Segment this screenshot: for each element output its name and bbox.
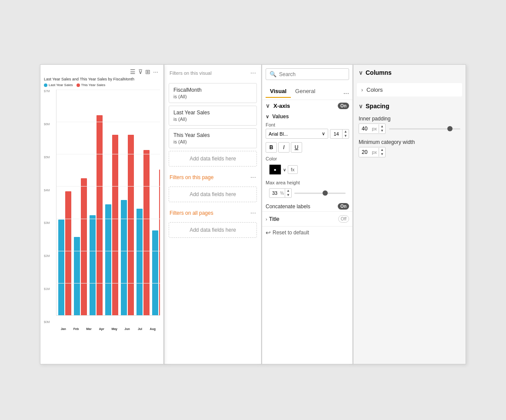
color-swatch-inner: ■ bbox=[274, 168, 276, 172]
legend-label-red: This Year Sales bbox=[81, 83, 106, 87]
tab-visual[interactable]: Visual bbox=[266, 85, 291, 98]
colors-section[interactable]: › Colors bbox=[357, 83, 462, 97]
fx-button[interactable]: fx bbox=[288, 165, 298, 174]
filter-all-more[interactable]: ··· bbox=[250, 209, 256, 217]
color-row: ■ ∨ fx bbox=[266, 163, 349, 177]
title-section: › Title Off bbox=[262, 211, 353, 226]
bar-red-jul bbox=[159, 170, 160, 315]
bar-red-jan bbox=[65, 191, 71, 315]
tabs-row: Visual General ... bbox=[262, 83, 353, 100]
font-size-value: 14 bbox=[330, 130, 342, 138]
more-icon[interactable]: ··· bbox=[153, 68, 158, 75]
search-box[interactable]: 🔍 bbox=[266, 68, 349, 80]
filter-add-page[interactable]: Add data fields here bbox=[169, 187, 257, 202]
tab-more[interactable]: ... bbox=[343, 88, 349, 96]
color-dropdown-icon[interactable]: ∨ bbox=[283, 167, 286, 172]
bar-red-mar bbox=[97, 115, 103, 315]
bold-button[interactable]: B bbox=[266, 142, 277, 153]
spacing-label: Spacing bbox=[366, 103, 389, 110]
font-size-up[interactable]: ▲ bbox=[343, 130, 349, 134]
filter-visual-more[interactable]: ··· bbox=[250, 69, 256, 77]
bar-blue-may bbox=[121, 200, 127, 315]
tab-general[interactable]: General bbox=[291, 85, 320, 98]
inner-padding-property: Inner padding 40 px ▲ ▼ bbox=[353, 113, 466, 137]
min-category-input[interactable]: 20 px ▲ ▼ bbox=[359, 147, 386, 157]
chart-toolbar: ☰ ⊽ ⊞ ··· bbox=[44, 68, 160, 75]
search-input[interactable] bbox=[279, 71, 345, 77]
values-subsection-label: ∨ Values bbox=[262, 112, 353, 120]
font-dropdown-icon: ∨ bbox=[322, 131, 325, 137]
concatenate-toggle[interactable]: On bbox=[338, 203, 349, 210]
filter-value-fiscalmonth: is (All) bbox=[173, 94, 252, 99]
min-category-down[interactable]: ▼ bbox=[379, 152, 385, 157]
xaxis-section-header[interactable]: ∨ X-axis On bbox=[262, 100, 353, 112]
legend-label-blue: Last Year Sales bbox=[49, 83, 73, 87]
text-format-row: B I U bbox=[262, 140, 353, 154]
chart-title: Last Year Sales and This Year Sales by F… bbox=[44, 77, 160, 81]
colors-label: Colors bbox=[366, 87, 383, 93]
spacing-chevron-icon: ∨ bbox=[359, 103, 363, 110]
min-category-up[interactable]: ▲ bbox=[379, 148, 385, 152]
format-panel: 🔍 Visual General ... ∨ X-axis On ∨ Value… bbox=[262, 64, 353, 364]
font-family-select[interactable]: Arial Bl... ∨ bbox=[266, 129, 328, 139]
inner-padding-up[interactable]: ▲ bbox=[379, 124, 385, 129]
title-toggle[interactable]: Off bbox=[338, 215, 349, 223]
columns-panel: ∨ Columns › Colors ∨ Spacing Inner paddi… bbox=[353, 64, 466, 364]
inner-padding-slider[interactable] bbox=[389, 128, 460, 130]
chart-panel: ☰ ⊽ ⊞ ··· Last Year Sales and This Year … bbox=[40, 64, 164, 364]
max-area-down[interactable]: ▼ bbox=[285, 193, 291, 197]
columns-chevron-icon: ∨ bbox=[359, 70, 363, 76]
spacing-section-header[interactable]: ∨ Spacing bbox=[353, 99, 466, 113]
filters-panel: Filters on this visual ··· FiscalMonth i… bbox=[164, 64, 262, 364]
bar-group-jan bbox=[58, 191, 71, 315]
bar-red-jun bbox=[143, 150, 150, 315]
filter-add-all[interactable]: Add data fields here bbox=[169, 222, 257, 238]
xaxis-chevron-icon: ∨ bbox=[266, 103, 270, 109]
font-size-box[interactable]: 14 ▲ ▼ bbox=[330, 129, 349, 139]
filter-item-fiscalmonth[interactable]: FiscalMonth is (All) bbox=[169, 83, 257, 103]
min-category-spinners: ▲ ▼ bbox=[379, 148, 385, 157]
min-category-input-row: 20 px ▲ ▼ bbox=[359, 147, 460, 157]
y-axis-labels: $7M $6M $5M $4M $3M $2M $1M $0M bbox=[44, 90, 56, 324]
color-property: Color ■ ∨ fx bbox=[262, 154, 353, 178]
inner-padding-spinners: ▲ ▼ bbox=[379, 124, 385, 133]
reset-label: Reset to default bbox=[273, 230, 309, 236]
filter-item-thisyear[interactable]: This Year Sales is (All) bbox=[169, 128, 257, 148]
underline-button[interactable]: U bbox=[291, 142, 302, 153]
max-area-thumb[interactable] bbox=[323, 190, 328, 196]
bar-blue-mar bbox=[90, 215, 96, 315]
filter-icon[interactable]: ⊽ bbox=[138, 68, 143, 75]
max-area-up[interactable]: ▲ bbox=[285, 189, 291, 193]
concatenate-row: Concatenate labels On bbox=[262, 201, 353, 211]
expand-icon[interactable]: ⊞ bbox=[145, 68, 150, 75]
max-area-input[interactable]: 33 % ▲ ▼ bbox=[269, 188, 292, 198]
reset-row[interactable]: ↩ Reset to default bbox=[262, 226, 353, 239]
filter-add-visual[interactable]: Add data fields here bbox=[169, 151, 257, 167]
filter-page-more[interactable]: ··· bbox=[250, 173, 256, 181]
columns-section-header[interactable]: ∨ Columns bbox=[353, 65, 466, 80]
filter-value-lastyear: is (All) bbox=[173, 117, 252, 122]
inner-padding-thumb[interactable] bbox=[447, 126, 453, 131]
inner-padding-input[interactable]: 40 px ▲ ▼ bbox=[359, 123, 386, 134]
min-category-label: Minimum category width bbox=[359, 139, 460, 145]
color-swatch[interactable]: ■ bbox=[269, 164, 281, 175]
xaxis-toggle[interactable]: On bbox=[338, 103, 349, 109]
color-label: Color bbox=[266, 156, 349, 161]
concatenate-label: Concatenate labels bbox=[266, 203, 310, 210]
filters-visual-header: Filters on this visual ··· bbox=[164, 65, 261, 80]
font-family-value: Arial Bl... bbox=[269, 131, 288, 137]
bar-group-feb bbox=[74, 178, 87, 315]
legend-dot-blue bbox=[44, 83, 47, 87]
columns-label: Columns bbox=[366, 69, 392, 76]
filters-all-header: Filters on all pages ··· bbox=[164, 205, 261, 220]
hamburger-icon[interactable]: ☰ bbox=[130, 68, 136, 75]
bar-blue-jan bbox=[58, 220, 64, 315]
inner-padding-down[interactable]: ▼ bbox=[379, 129, 385, 133]
legend-item-blue: Last Year Sales bbox=[44, 83, 73, 87]
max-area-slider[interactable] bbox=[294, 193, 346, 194]
inner-padding-input-row: 40 px ▲ ▼ bbox=[359, 123, 460, 134]
filter-item-lastyear[interactable]: Last Year Sales is (All) bbox=[169, 106, 257, 126]
max-area-slider-row: 33 % ▲ ▼ bbox=[266, 187, 349, 200]
font-size-down[interactable]: ▼ bbox=[343, 134, 349, 138]
italic-button[interactable]: I bbox=[278, 142, 290, 153]
